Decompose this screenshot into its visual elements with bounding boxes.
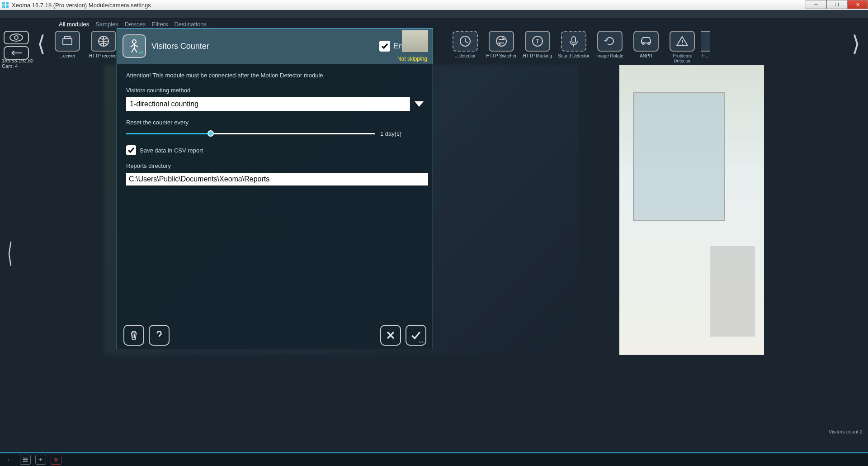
camera-number: Cam: 4 (2, 63, 33, 69)
help-button[interactable] (149, 325, 170, 346)
enabled-checkbox[interactable] (379, 41, 390, 52)
mic-icon (566, 34, 581, 48)
module-http-switcher[interactable]: HTTP Switcher (484, 31, 519, 63)
titlebar: Xeoma 16.7.18 (Pro version) Module/camer… (0, 0, 868, 10)
dialog-header: +N Visitors Counter Enabled Not skipping (117, 29, 433, 64)
question-icon (153, 329, 165, 342)
delete-button[interactable] (123, 325, 144, 346)
close-icon (384, 329, 397, 342)
car-icon (639, 34, 653, 48)
slider-thumb[interactable] (208, 130, 214, 137)
camera-info: 185.53.192.82 Cam: 4 (2, 58, 33, 69)
camera-thumbnail (402, 30, 428, 52)
reset-slider[interactable] (126, 133, 375, 134)
ok-label: ok (419, 339, 424, 344)
csv-label: Save data in CSV report (140, 147, 203, 154)
svg-point-16 (132, 40, 136, 43)
cancel-button[interactable] (380, 325, 401, 346)
attention-text: Attention! This module must be connected… (126, 72, 424, 79)
marking-icon: T (530, 34, 545, 48)
ok-button[interactable]: ok (406, 325, 426, 346)
menu-devices[interactable]: Devices (125, 21, 146, 28)
counting-method-select[interactable]: 1-directional counting (126, 97, 410, 111)
check-icon (381, 42, 389, 50)
camera-ip: 185.53.192.82 (2, 58, 33, 63)
reports-dir-input[interactable] (126, 173, 428, 185)
close-button[interactable]: ✕ (847, 0, 868, 9)
visitors-counter-dialog: +N Visitors Counter Enabled Not skipping… (117, 28, 433, 349)
check-icon (127, 146, 135, 154)
counting-method-row: 1-directional counting (126, 97, 424, 111)
alert-icon (675, 34, 689, 48)
slider-fill (126, 133, 211, 134)
statusbar: ← ＋ ✕ (0, 452, 868, 466)
svg-point-4 (10, 34, 23, 41)
modules-prev[interactable]: ⟨ (34, 31, 48, 56)
reset-label: Reset the counter every (126, 119, 424, 126)
menu-destinations[interactable]: Destinations (174, 21, 207, 28)
svg-rect-2 (2, 5, 5, 8)
reset-value: 1 day(s) (380, 130, 401, 137)
svg-rect-3 (6, 5, 9, 8)
browser-tabstrip (0, 10, 868, 19)
module-detector[interactable]: ...Detector (448, 31, 483, 63)
reset-slider-row: 1 day(s) (126, 130, 424, 137)
svg-rect-0 (2, 2, 5, 5)
prev-camera[interactable]: ⟨ (7, 237, 13, 269)
menu-samples[interactable]: Samples (95, 21, 118, 28)
module-anpr[interactable]: ANPR (628, 31, 664, 63)
module-sound-detector[interactable]: Sound Detector (556, 31, 591, 63)
counting-method-label: Visitors counting method (126, 87, 424, 94)
status-list-button[interactable] (20, 455, 31, 465)
window-title: Xeoma 16.7.18 (Pro version) Module/camer… (12, 2, 151, 9)
dialog-body: Attention! This module must be connected… (117, 64, 433, 322)
svg-text:+N: +N (139, 50, 143, 55)
svg-point-10 (496, 36, 506, 46)
module-http-receiver[interactable]: HTTP receiver (86, 31, 121, 63)
skip-status: Not skipping (397, 56, 427, 62)
eye-icon (9, 30, 24, 45)
clock-icon (458, 34, 472, 48)
svg-text:T: T (536, 38, 540, 45)
module-receiver[interactable]: ...ceiver (50, 31, 85, 63)
maximize-button[interactable]: ☐ (826, 0, 847, 9)
svg-rect-13 (572, 37, 576, 43)
minimize-button[interactable]: ─ (806, 0, 826, 9)
status-delete-button[interactable]: ✕ (51, 455, 61, 465)
window-controls: ─ ☐ ✕ (806, 0, 868, 9)
module-image-rotate[interactable]: Image Rotate (592, 31, 627, 63)
menu-filters[interactable]: Filters (152, 21, 168, 28)
rotate-icon (603, 34, 617, 48)
globe-icon (96, 34, 111, 48)
module-http-marking[interactable]: T HTTP Marking (520, 31, 555, 63)
csv-row: Save data in CSV report (126, 145, 424, 155)
module-partial[interactable]: F... (701, 31, 710, 63)
svg-rect-6 (63, 38, 72, 45)
view-button[interactable] (4, 31, 29, 44)
menubar: All modules Samples Devices Filters Dest… (0, 19, 868, 29)
menu-all-modules[interactable]: All modules (59, 21, 89, 28)
status-back-button[interactable]: ← (5, 455, 15, 465)
switch-icon (494, 34, 509, 48)
app-icon (2, 1, 9, 9)
list-icon (22, 456, 28, 463)
trash-icon (127, 329, 140, 342)
visitor-count-overlay: Visitors count 2 (829, 429, 863, 434)
modules-next[interactable]: ⟩ (849, 31, 863, 56)
left-controls (4, 31, 29, 60)
dialog-title: Visitors Counter (151, 42, 379, 51)
svg-point-5 (14, 36, 18, 39)
camera-preview-right (619, 65, 764, 355)
reports-dir-label: Reports directory (126, 162, 424, 169)
module-problems-detector[interactable]: Problems Detector (665, 31, 700, 63)
receiver-icon (60, 34, 75, 48)
dropdown-caret-icon[interactable] (415, 101, 424, 107)
visitors-counter-icon: +N (123, 34, 146, 58)
dialog-footer: ok (117, 322, 433, 349)
status-add-button[interactable]: ＋ (35, 455, 46, 465)
csv-checkbox[interactable] (126, 145, 136, 155)
svg-rect-1 (6, 2, 9, 5)
